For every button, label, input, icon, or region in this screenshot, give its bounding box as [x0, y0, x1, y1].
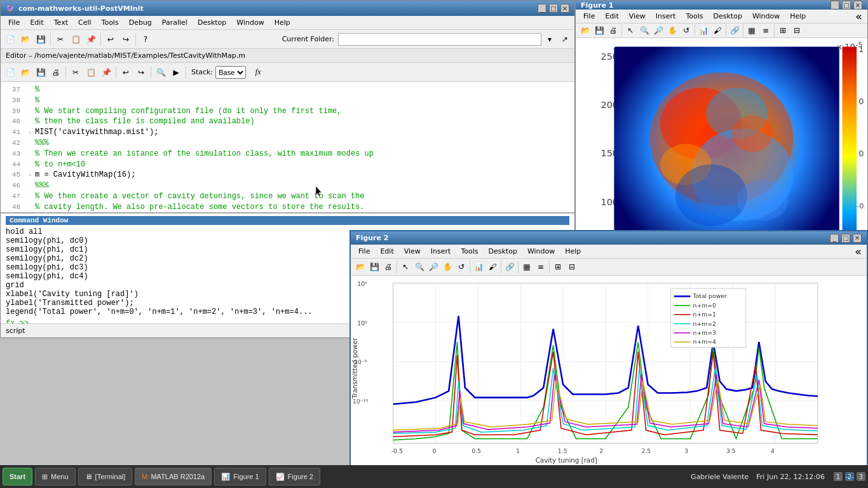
page-num-3[interactable]: 3 — [857, 472, 865, 481]
ed-copy-btn[interactable]: 📋 — [84, 65, 98, 79]
menu-window[interactable]: Window — [231, 17, 269, 28]
fig2-save-btn[interactable]: 💾 — [367, 260, 381, 274]
start-button[interactable]: Start — [3, 468, 32, 485]
stack-select[interactable]: Base — [215, 66, 246, 79]
fig1-menu-edit[interactable]: Edit — [600, 11, 623, 22]
fig1-select-btn[interactable]: ↖ — [623, 24, 637, 37]
matlab-close-btn[interactable]: ✕ — [560, 4, 569, 13]
menu-debug[interactable]: Debug — [124, 17, 157, 28]
fig2-menu-view[interactable]: View — [399, 246, 426, 257]
ed-cut-btn[interactable]: ✂ — [69, 65, 83, 79]
fig1-zoom-out-btn[interactable]: 🔎 — [651, 24, 665, 37]
taskbar-fig1-btn[interactable]: 📊 Figure 1 — [214, 468, 266, 485]
fig2-minimize-btn[interactable]: _ — [830, 234, 839, 243]
fig2-insert-legend-btn[interactable]: ≡ — [534, 260, 548, 274]
fig2-maximize-btn[interactable]: □ — [841, 234, 850, 243]
ed-new-btn[interactable]: 📄 — [3, 65, 17, 79]
fig2-rotate-btn[interactable]: ↺ — [454, 260, 468, 274]
fig2-close-btn[interactable]: ✕ — [853, 234, 862, 243]
fig1-print-btn[interactable]: 🖨 — [606, 24, 620, 37]
ed-print-btn[interactable]: 🖨 — [49, 65, 63, 79]
page-num-1[interactable]: 1 — [834, 472, 843, 481]
page-num-2[interactable]: -2- — [845, 472, 854, 481]
matlab-minimize-btn[interactable]: _ — [538, 4, 546, 13]
menu-text[interactable]: Text — [49, 17, 73, 28]
fig1-close-btn[interactable]: ✕ — [853, 1, 862, 10]
menu-cell[interactable]: Cell — [73, 17, 97, 28]
cut-btn[interactable]: ✂ — [53, 32, 67, 46]
fig2-brush-btn[interactable]: 🖌 — [485, 260, 499, 274]
menu-desktop[interactable]: Desktop — [193, 17, 231, 28]
new-file-btn[interactable]: 📄 — [3, 32, 17, 46]
fig2-select-btn[interactable]: ↖ — [398, 260, 412, 274]
fig1-menu-insert[interactable]: Insert — [651, 11, 681, 22]
fig1-collapse-btn[interactable]: « — [855, 10, 862, 23]
taskbar-menu-btn[interactable]: ⊞ Menu — [35, 468, 76, 485]
fig1-menu-view[interactable]: View — [624, 11, 651, 22]
fig2-pan-btn[interactable]: ✋ — [440, 260, 454, 274]
fig1-save-btn[interactable]: 💾 — [592, 24, 606, 37]
ed-find-btn[interactable]: 🔍 — [154, 65, 168, 79]
fig2-menu-tools[interactable]: Tools — [456, 246, 483, 257]
taskbar-matlab-btn[interactable]: M MATLAB R2012a — [135, 468, 212, 485]
fig1-menu-help[interactable]: Help — [785, 11, 811, 22]
fig1-data-btn[interactable]: 📊 — [696, 24, 710, 37]
ed-save-btn[interactable]: 💾 — [34, 65, 48, 79]
browse-btn[interactable]: ▾ — [543, 32, 557, 46]
undo-btn[interactable]: ↩ — [104, 32, 118, 46]
paste-btn[interactable]: 📌 — [84, 32, 98, 46]
fig1-insert-colorbar-btn[interactable]: ▦ — [745, 24, 759, 37]
help-btn[interactable]: ? — [139, 32, 153, 46]
fig1-menu-desktop[interactable]: Desktop — [709, 11, 747, 22]
fig1-rotate-btn[interactable]: ↺ — [679, 24, 693, 37]
ed-paste-btn[interactable]: 📌 — [99, 65, 113, 79]
fig2-menu-help[interactable]: Help — [560, 246, 586, 257]
fig1-zoom-in-btn[interactable]: 🔍 — [637, 24, 651, 37]
editor-code-area[interactable]: 37%38%39% We start compiling configurati… — [1, 82, 574, 212]
fig2-insert-colorbar-btn[interactable]: ▦ — [520, 260, 534, 274]
fig1-open-btn[interactable]: 📂 — [578, 24, 592, 37]
fig2-menu-insert[interactable]: Insert — [426, 246, 456, 257]
fig1-link-btn[interactable]: 🔗 — [728, 24, 742, 37]
fig2-tile-btn[interactable]: ⊞ — [551, 260, 565, 274]
fig2-print-btn[interactable]: 🖨 — [381, 260, 395, 274]
fig1-menu-window[interactable]: Window — [747, 11, 785, 22]
redo-btn[interactable]: ↪ — [119, 32, 133, 46]
fig2-stack-btn[interactable]: ⊟ — [565, 260, 579, 274]
fig2-collapse-btn[interactable]: « — [855, 245, 862, 258]
taskbar-terminal-btn[interactable]: 🖥 [Terminal] — [78, 468, 133, 485]
fig2-open-btn[interactable]: 📂 — [353, 260, 367, 274]
copy-btn[interactable]: 📋 — [69, 32, 83, 46]
taskbar-fig2-btn[interactable]: 📈 Figure 2 — [269, 468, 320, 485]
fig1-tile-btn[interactable]: ⊞ — [776, 24, 790, 37]
fig2-menu-edit[interactable]: Edit — [375, 246, 398, 257]
matlab-maximize-btn[interactable]: □ — [549, 4, 558, 13]
fig2-data-btn[interactable]: 📊 — [471, 260, 485, 274]
fig1-menu-tools[interactable]: Tools — [681, 11, 708, 22]
fig1-stack-btn[interactable]: ⊟ — [790, 24, 804, 37]
fig1-pan-btn[interactable]: ✋ — [665, 24, 679, 37]
fig2-zoom-out-btn[interactable]: 🔎 — [426, 260, 440, 274]
fig2-link-btn[interactable]: 🔗 — [503, 260, 517, 274]
fig1-maximize-btn[interactable]: □ — [842, 1, 851, 10]
fx-btn[interactable]: fx — [251, 65, 265, 79]
nav-btn[interactable]: ↗ — [558, 32, 572, 46]
ed-run-btn[interactable]: ▶ — [169, 65, 183, 79]
ed-undo-btn[interactable]: ↩ — [119, 65, 133, 79]
menu-tools[interactable]: Tools — [97, 17, 124, 28]
menu-file[interactable]: File — [3, 17, 25, 28]
fig2-menu-file[interactable]: File — [353, 246, 375, 257]
fig1-insert-legend-btn[interactable]: ≡ — [759, 24, 773, 37]
fig2-zoom-in-btn[interactable]: 🔍 — [412, 260, 426, 274]
open-btn[interactable]: 📂 — [18, 32, 32, 46]
fig1-brush-btn[interactable]: 🖌 — [710, 24, 724, 37]
fig1-menu-file[interactable]: File — [578, 11, 600, 22]
ed-open-btn[interactable]: 📂 — [18, 65, 32, 79]
fig2-menu-desktop[interactable]: Desktop — [484, 246, 522, 257]
fig2-menu-window[interactable]: Window — [522, 246, 560, 257]
fig1-minimize-btn[interactable]: _ — [831, 1, 839, 10]
menu-edit[interactable]: Edit — [25, 17, 48, 28]
menu-help[interactable]: Help — [269, 17, 295, 28]
current-folder-input[interactable]: /home/vajente/matlab/MIST/Examples — [338, 33, 541, 46]
ed-redo-btn[interactable]: ↪ — [134, 65, 148, 79]
